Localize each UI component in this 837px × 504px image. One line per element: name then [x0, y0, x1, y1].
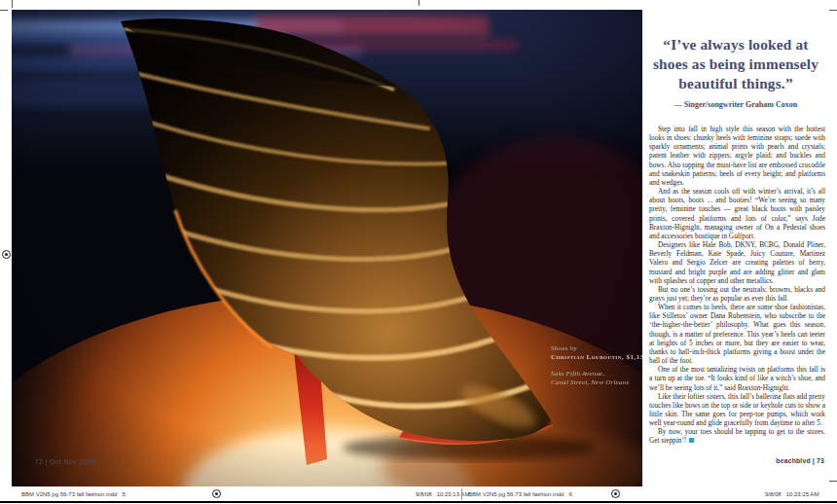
crop-mark [0, 10, 8, 11]
end-mark-square-icon [689, 438, 694, 443]
paragraph-last: By now, your toes should be tapping to g… [649, 427, 825, 445]
caption-store-line1: Saks Fifth Avenue, [551, 370, 642, 378]
crop-mark [829, 10, 837, 11]
article-page: “I’ve always looked at shoes as being im… [642, 0, 829, 486]
proof-bottom-rule [0, 501, 837, 503]
magazine-spread-proof: Shoes by Christian Louboutin, $1,135 Sak… [0, 0, 837, 504]
pull-quote-line: shoes as being immensely [642, 54, 829, 74]
slug-divider [461, 488, 462, 500]
pull-quote-line: beautiful things.” [642, 74, 829, 93]
slug-filename-left: BBM V2N5 pg 56-73 fall fashion.indd 5 [21, 491, 126, 497]
caption-brand-price: Christian Louboutin, $1,135 [551, 353, 642, 362]
crop-mark [12, 0, 13, 8]
paragraph: When it comes to heels, there are some s… [649, 303, 825, 365]
caption-store-line2: Canal Street, New Orleans [551, 378, 642, 387]
paragraph: But no one’s tossing out the neutrals; b… [649, 285, 825, 303]
slug-filename-right: BBM V2N5 pg 56-73 fall fashion.indd 6 [468, 491, 572, 497]
pull-quote-line: “I’ve always looked at [642, 35, 829, 54]
folio-left: 72 | Oct-Nov 2008 [35, 458, 95, 465]
registration-mark-icon [212, 489, 221, 498]
photo-caption: Shoes by Christian Louboutin, $1,135 Sak… [551, 344, 642, 387]
registration-mark-icon [611, 489, 620, 498]
paragraph: Like their loftier sisters, this fall’s … [649, 392, 825, 428]
folio-right: beachblvd | 73 [776, 457, 824, 464]
article-body: Step into fall in high style this season… [649, 125, 825, 446]
slug-timestamp-right: 9/8/08 10:23:25 AM [765, 491, 819, 497]
crop-mark [418, 0, 419, 6]
pull-quote: “I’ve always looked at shoes as being im… [642, 35, 829, 93]
registration-mark-icon [2, 250, 11, 259]
proof-slug-bar: BBM V2N5 pg 56-73 fall fashion.indd 5 9/… [0, 486, 837, 504]
quote-attribution: — Singer/songwriter Graham Coxon [642, 100, 829, 109]
paragraph: Designers like Hale Bob, DKNY, BCBG, Don… [649, 240, 825, 285]
paragraph: Step into fall in high style this season… [649, 125, 825, 187]
stiletto-bootie-illustration [12, 10, 642, 486]
paragraph: One of the most tantalizing twists on pl… [649, 365, 825, 391]
shoe-photo: Shoes by Christian Louboutin, $1,135 Sak… [12, 10, 642, 486]
caption-intro: Shoes by [551, 344, 642, 353]
paragraph: And as the season cools off with winter’… [649, 187, 825, 240]
paragraph-text: By now, your toes should be tapping to g… [649, 427, 825, 445]
